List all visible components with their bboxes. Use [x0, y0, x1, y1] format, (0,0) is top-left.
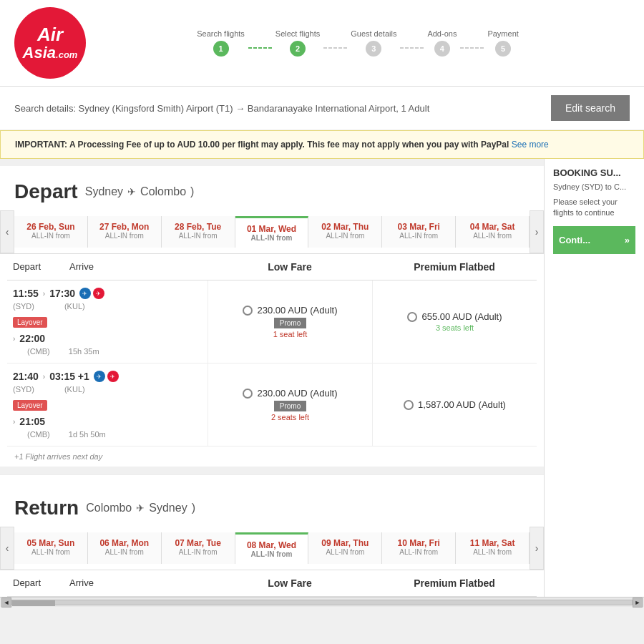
content-area: Depart Sydney ✈ Colombo ) ‹ 26 Feb, Sun [0, 159, 544, 597]
airline-dot-red-0: ✈ [93, 288, 104, 299]
premium-price-1: 1,587.00 AUD (Adult) [418, 399, 506, 410]
return-date-prev[interactable]: ‹ [0, 527, 14, 570]
premium-price-0: 655.00 AUD (Adult) [421, 311, 502, 322]
return-date-next[interactable]: › [530, 527, 544, 570]
logo: Air Asia.com [14, 7, 86, 79]
depart-date-tabs: 26 Feb, Sun ALL-IN from 27 Feb, Mon ALL-… [14, 216, 530, 248]
low-fare-cell-1[interactable]: 230.00 AUD (Adult) Promo 2 seats left [208, 364, 372, 446]
step-dots-2-3 [323, 37, 348, 49]
scroll-right-arrow[interactable]: ► [633, 597, 643, 608]
premium-radio-0[interactable] [407, 312, 417, 322]
low-fare-price-0: 230.00 AUD (Adult) [257, 305, 337, 316]
scrollbar-thumb[interactable] [12, 600, 55, 606]
low-fare-cell-0[interactable]: 230.00 AUD (Adult) Promo 1 seat left [208, 280, 372, 363]
low-fare-price-1: 230.00 AUD (Adult) [257, 388, 337, 399]
flight-info-1: 21:40 › 03:15 +1 ✈ ✈ (SYD) [7, 364, 208, 446]
see-more-link[interactable]: See more [512, 140, 549, 150]
main-layout: Depart Sydney ✈ Colombo ) ‹ 26 Feb, Sun [0, 159, 644, 597]
edit-search-button[interactable]: Edit search [551, 95, 630, 121]
return-col-low-fare-label: Low Fare [208, 577, 372, 589]
flight-chevron-1b: › [13, 418, 15, 426]
return-date-tab-2[interactable]: 07 Mar, Tue ALL-IN from [162, 532, 235, 564]
depart-title: Depart [14, 180, 78, 203]
logo-asia: Asia.com [23, 44, 78, 62]
return-col-depart-label: Depart [13, 577, 41, 589]
flight-chevron-0a: › [43, 290, 45, 298]
premium-cell-1[interactable]: 1,587.00 AUD (Adult) [372, 364, 537, 446]
seats-left-1: 2 seats left [271, 413, 309, 421]
premium-seats-0: 3 seats left [436, 323, 474, 332]
depart-route: Sydney ✈ Colombo ) [85, 185, 195, 198]
step-dots-3-4 [399, 37, 424, 49]
layover-badge-0: Layover [13, 317, 47, 328]
return-date-tab-0[interactable]: 05 Mar, Sun ALL-IN from [14, 532, 88, 564]
step-circle-1: 1 [213, 41, 229, 57]
return-date-tab-6[interactable]: 11 Mar, Sat ALL-IN from [456, 532, 530, 564]
return-route: Colombo ✈ Sydney ) [86, 502, 195, 514]
premium-cell-0[interactable]: 655.00 AUD (Adult) 3 seats left [372, 280, 537, 363]
promo-badge-1: Promo [274, 401, 306, 411]
continue-button[interactable]: Conti... » [553, 226, 635, 254]
return-header: Return Colombo ✈ Sydney ) [0, 482, 544, 527]
depart-from: Sydney [85, 185, 123, 198]
progress-bar: Search flights 1 Select flights 2 Guest [86, 29, 630, 57]
premium-radio-1[interactable] [404, 400, 414, 410]
fare-header-return: Depart Arrive Low Fare Premium Flatbed [7, 570, 537, 597]
depart-date-tab-6[interactable]: 04 Mar, Sat ALL-IN from [456, 216, 530, 248]
fare-header-depart: Depart Arrive Low Fare Premium Flatbed [7, 254, 537, 280]
depart-date-tab-5[interactable]: 03 Mar, Fri ALL-IN from [382, 216, 456, 248]
airline-dot-red-1: ✈ [107, 371, 119, 382]
depart-date-tab-4[interactable]: 02 Mar, Thu ALL-IN from [308, 216, 382, 248]
depart-date-tab-0[interactable]: 26 Feb, Sun ALL-IN from [14, 216, 88, 248]
return-date-tab-1[interactable]: 06 Mar, Mon ALL-IN from [88, 532, 162, 564]
col-arrive-label: Arrive [69, 261, 94, 273]
depart-date-prev[interactable]: ‹ [0, 210, 14, 253]
scroll-left-arrow[interactable]: ◄ [1, 597, 11, 608]
depart-date-tab-2[interactable]: 28 Feb, Tue ALL-IN from [162, 216, 235, 248]
header: Air Asia.com Search flights 1 Select fli… [0, 0, 644, 87]
low-fare-radio-1[interactable] [243, 389, 253, 399]
scrollbar-track[interactable] [11, 600, 633, 605]
depart-header: Depart Sydney ✈ Colombo ) [0, 166, 544, 210]
airline-dot-blue-1: ✈ [94, 371, 105, 382]
scrollbar-area: ◄ ► [0, 597, 644, 607]
return-from: Colombo [86, 502, 132, 514]
flight-info-0: 11:55 › 17:30 ✈ ✈ (SYD) [7, 280, 208, 363]
search-details: Search details: Sydney (Kingsford Smith)… [14, 103, 429, 114]
step-dots-4-5 [459, 37, 484, 49]
processing-fee-notice: IMPORTANT: A Processing Fee of up to AUD… [0, 130, 644, 159]
flight-footnote: +1 Flight arrives next day [0, 447, 544, 467]
return-date-tabs: 05 Mar, Sun ALL-IN from 06 Mar, Mon ALL-… [14, 532, 530, 564]
promo-badge-0: Promo [274, 318, 306, 328]
progress-step-5: Payment 5 [487, 29, 518, 57]
flight-chevron-0b: › [13, 335, 15, 343]
search-bar: Search details: Sydney (Kingsford Smith)… [0, 87, 644, 130]
flight-row-1: 21:40 › 03:15 +1 ✈ ✈ (SYD) [7, 364, 537, 447]
return-date-tab-4[interactable]: 09 Mar, Thu ALL-IN from [308, 532, 382, 564]
step-circle-2: 2 [290, 41, 306, 57]
step-circle-5: 5 [495, 41, 511, 57]
progress-step-1: Search flights 1 [197, 29, 245, 57]
return-date-tab-3[interactable]: 08 Mar, Wed ALL-IN from [235, 532, 309, 564]
progress-step-2: Select flights 2 [275, 29, 320, 57]
depart-section: Depart Sydney ✈ Colombo ) ‹ 26 Feb, Sun [0, 166, 544, 467]
return-to: Sydney [149, 502, 187, 514]
return-date-selector: ‹ 05 Mar, Sun ALL-IN from 06 Mar, Mon AL… [0, 527, 544, 570]
return-title: Return [14, 497, 79, 519]
depart-date-next[interactable]: › [530, 210, 544, 253]
return-section: Return Colombo ✈ Sydney ) ‹ 05 Mar, Sun [0, 474, 544, 597]
return-col-premium-label: Premium Flatbed [372, 577, 537, 589]
depart-date-tab-3[interactable]: 01 Mar, Wed ALL-IN from [235, 216, 309, 248]
depart-date-tab-1[interactable]: 27 Feb, Mon ALL-IN from [88, 216, 162, 248]
progress-step-4: Add-ons 4 [427, 29, 457, 57]
notice-text: IMPORTANT: A Processing Fee of up to AUD… [15, 140, 509, 150]
low-fare-radio-0[interactable] [243, 306, 253, 316]
depart-date-selector: ‹ 26 Feb, Sun ALL-IN from 27 Feb, Mon AL… [0, 210, 544, 254]
booking-summary-route: Sydney (SYD) to C... [553, 182, 635, 191]
logo-air: Air [23, 24, 78, 45]
route-arrow-icon: ✈ [127, 186, 136, 197]
return-arrow-icon: ✈ [136, 502, 145, 514]
return-date-tab-5[interactable]: 10 Mar, Fri ALL-IN from [382, 532, 456, 564]
col-premium-label: Premium Flatbed [372, 261, 537, 273]
sidebar: BOOKING SU... Sydney (SYD) to C... Pleas… [544, 159, 644, 597]
